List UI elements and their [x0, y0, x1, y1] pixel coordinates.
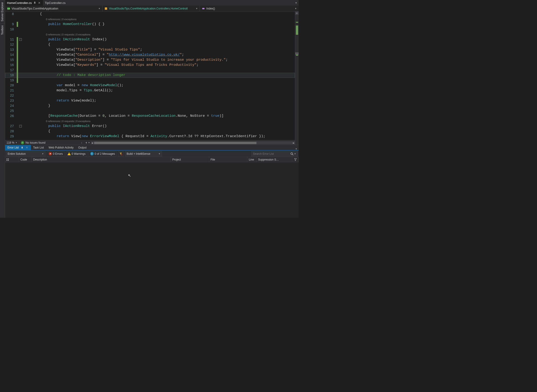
- error-icon: ✕: [48, 152, 52, 155]
- col-code[interactable]: Code: [19, 157, 32, 162]
- tab-web-publish-activity[interactable]: Web Publish Activity: [46, 145, 76, 150]
- editor-area: 8 { 0 references | 0 exceptions 9 public…: [5, 12, 299, 145]
- nav-scope-text: VisualStudioTips.CoreWebApplication: [12, 7, 97, 10]
- codelens[interactable]: 0 references | 0 requests | 0 exceptions: [22, 119, 90, 124]
- nav-scope-dropdown[interactable]: C# VisualStudioTips.CoreWebApplication ▼: [5, 5, 103, 11]
- filter-icon: [294, 158, 297, 161]
- outline-collapse-icon[interactable]: −: [19, 125, 22, 127]
- clear-filter-icon: [119, 152, 122, 155]
- svg-rect-2: [105, 7, 107, 10]
- svg-rect-8: [8, 160, 9, 161]
- svg-point-4: [291, 153, 293, 154]
- panel-overflow[interactable]: ▼: [295, 148, 299, 150]
- method-icon: [202, 7, 205, 10]
- nav-type-text: VisualStudioTips.CoreWebApplication.Cont…: [109, 7, 194, 10]
- build-intellisense-dropdown[interactable]: Build + IntelliSense ▼: [125, 151, 162, 156]
- svg-rect-5: [6, 159, 7, 159]
- col-description[interactable]: Description: [32, 157, 171, 162]
- tab-label: HomeController.cs: [7, 1, 32, 5]
- col-file[interactable]: File: [209, 157, 247, 162]
- bottom-tab-strip: Error List ✕ Task List Web Publish Activ…: [5, 145, 299, 151]
- issues-indicator[interactable]: ✓ No issues found: [19, 141, 47, 144]
- tab-error-list[interactable]: Error List ✕: [5, 145, 31, 150]
- code-editor[interactable]: 8 { 0 references | 0 exceptions 9 public…: [5, 12, 295, 140]
- chevron-down-icon: ▼: [98, 7, 100, 10]
- chevron-down-icon: ▼: [295, 7, 297, 10]
- tab-output[interactable]: Output: [76, 145, 89, 150]
- server-explorer-vtab[interactable]: Server Explorer: [0, 0, 5, 23]
- bottom-panel: Error List ✕ Task List Web Publish Activ…: [5, 145, 299, 218]
- tab-task-list[interactable]: Task List: [31, 145, 46, 150]
- issues-text: No issues found: [25, 141, 45, 144]
- close-icon[interactable]: ✕: [38, 1, 41, 5]
- ok-check-icon: ✓: [21, 141, 24, 144]
- document-tab-bar: HomeController.cs ✕ TipController.cs ▼: [5, 0, 299, 5]
- errors-filter-button[interactable]: ✕ 0 Errors: [47, 151, 64, 156]
- errorlist-search-input[interactable]: [253, 152, 290, 155]
- outline-collapse-icon[interactable]: −: [19, 38, 22, 41]
- csharp-project-icon: C#: [7, 7, 10, 10]
- chevron-down-icon: ▼: [42, 153, 44, 155]
- chevron-down-icon: ▼: [15, 142, 17, 144]
- scope-dropdown[interactable]: Entire Solution ▼: [6, 151, 45, 156]
- tab-label: TipController.cs: [45, 1, 66, 5]
- toolbox-vtab[interactable]: Toolbox: [0, 23, 5, 37]
- svg-rect-3: [202, 8, 204, 9]
- editor-status-strip: 118 % ▼ ✓ No issues found ↕ ▼ ◀ ▶: [5, 140, 295, 145]
- overview-ruler[interactable]: [295, 12, 299, 145]
- tab-overflow[interactable]: ▼: [295, 2, 299, 4]
- search-icon: [290, 152, 294, 155]
- line-endings-icon[interactable]: ↕: [79, 141, 84, 144]
- warning-icon: [67, 152, 71, 155]
- tab-tip-controller[interactable]: TipController.cs: [43, 0, 67, 5]
- chevron-down-icon[interactable]: ▼: [294, 153, 296, 155]
- svg-rect-6: [8, 159, 9, 159]
- close-icon[interactable]: ✕: [25, 146, 29, 149]
- svg-text:C#: C#: [7, 8, 10, 10]
- class-icon: [104, 7, 108, 10]
- codelens[interactable]: 0 references | 0 exceptions: [22, 17, 76, 22]
- current-line: 18 // todo : Make description longer: [5, 73, 295, 78]
- zoom-value: 118 %: [6, 141, 14, 144]
- errorlist-search[interactable]: ▼: [251, 151, 298, 156]
- pin-icon[interactable]: [33, 1, 36, 5]
- chevron-down-icon: ▼: [158, 153, 161, 155]
- messages-filter-button[interactable]: i 0 of 2 Messages: [89, 151, 117, 156]
- col-suppression[interactable]: Suppression S…: [257, 157, 292, 162]
- split-button[interactable]: [295, 12, 299, 15]
- navigation-bar: C# VisualStudioTips.CoreWebApplication ▼…: [5, 5, 299, 12]
- errorlist-toolbar: Entire Solution ▼ ✕ 0 Errors 0 Warnings …: [5, 151, 299, 157]
- nav-back-icon[interactable]: [85, 141, 88, 144]
- col-project[interactable]: Project: [171, 157, 209, 162]
- zoom-dropdown[interactable]: 118 % ▼: [5, 141, 19, 144]
- horizontal-scrollbar[interactable]: ◀ ▶: [91, 141, 295, 144]
- clear-filters-button[interactable]: [118, 151, 124, 156]
- tab-home-controller[interactable]: HomeController.cs ✕: [5, 0, 43, 5]
- col-filter-button[interactable]: [292, 157, 299, 162]
- col-line[interactable]: Line: [247, 157, 257, 162]
- nav-member-dropdown[interactable]: Index() ▼: [200, 5, 299, 11]
- chevron-down-icon: ▼: [196, 7, 198, 10]
- warnings-filter-button[interactable]: 0 Warnings: [66, 151, 87, 156]
- col-icon[interactable]: [5, 157, 19, 162]
- viewport-indicator: [295, 52, 299, 55]
- nav-member-text: Index(): [206, 7, 293, 10]
- left-tool-strip: Server Explorer Toolbox: [0, 0, 5, 218]
- chevron-down-icon[interactable]: ▼: [88, 142, 90, 144]
- pin-icon[interactable]: [21, 146, 24, 149]
- nav-type-dropdown[interactable]: VisualStudioTips.CoreWebApplication.Cont…: [103, 5, 200, 11]
- category-icon: [6, 159, 9, 161]
- errorlist-body[interactable]: ↖: [5, 162, 299, 218]
- errorlist-columns: Code Description Project File Line Suppr…: [5, 157, 299, 162]
- svg-rect-7: [6, 160, 7, 161]
- mouse-cursor: ↖: [128, 173, 131, 178]
- info-icon: i: [90, 152, 94, 155]
- codelens[interactable]: 0 references | 0 requests | 0 exceptions: [22, 32, 90, 37]
